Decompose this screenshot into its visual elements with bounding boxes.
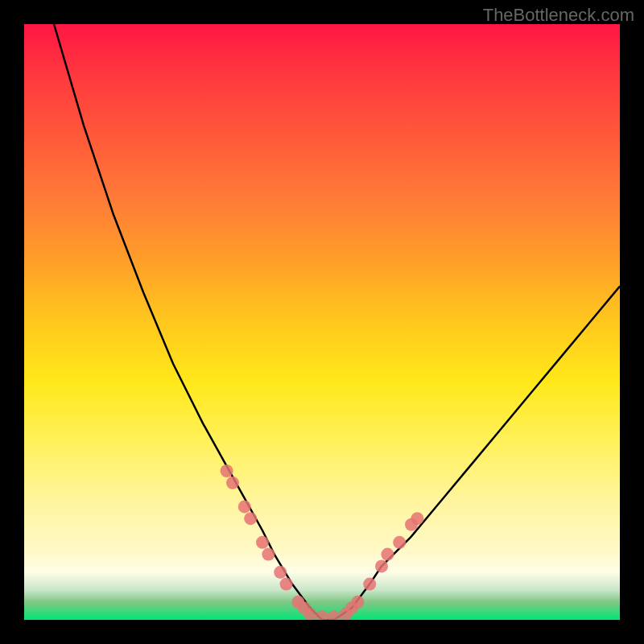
marker-point xyxy=(328,610,341,620)
marker-point xyxy=(303,608,316,620)
marker-point xyxy=(381,548,394,561)
chart-svg xyxy=(24,24,620,620)
marker-point xyxy=(256,536,269,549)
marker-point xyxy=(280,578,293,591)
marker-point xyxy=(375,559,388,572)
watermark-text: TheBottleneck.com xyxy=(483,5,634,26)
marker-point xyxy=(316,610,328,620)
marker-point xyxy=(411,512,423,525)
chart-plot-area xyxy=(24,24,620,620)
marker-point xyxy=(351,596,364,609)
marker-point xyxy=(221,464,233,477)
marker-point xyxy=(226,477,239,489)
marker-point xyxy=(393,536,406,549)
marker-point xyxy=(238,500,251,513)
marker-point xyxy=(244,512,257,525)
marker-point xyxy=(274,566,287,579)
marker-point xyxy=(262,548,275,561)
bottleneck-curve-path xyxy=(54,24,620,620)
marker-points-group xyxy=(221,464,424,620)
marker-point xyxy=(363,578,376,591)
